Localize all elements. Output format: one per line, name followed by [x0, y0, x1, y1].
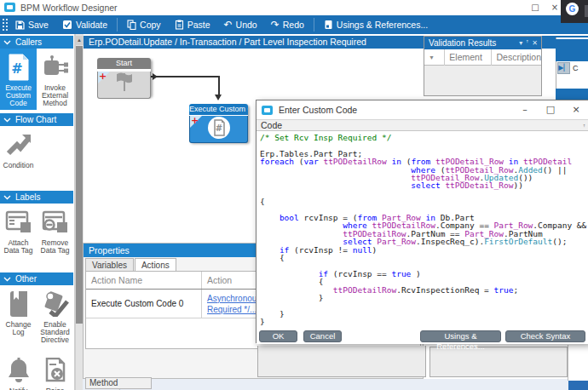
action-name-cell: Execute Custom Code 0 [86, 290, 202, 318]
usings-label: Usings & References... [337, 20, 428, 30]
redo-button[interactable]: ↷ Redo [264, 15, 311, 34]
description-column-header[interactable]: Description [492, 49, 541, 66]
background-window-bar [556, 89, 588, 100]
start-node[interactable]: Start + [97, 58, 151, 96]
toolbox-item-label: Notify Collaborate [0, 387, 37, 390]
toolbox-item-attach-data-tag[interactable]: Attach Data Tag [0, 204, 37, 257]
toolbar-grip[interactable] [2, 18, 9, 32]
background-panel [568, 345, 588, 381]
remove-data-tag-icon [42, 210, 69, 234]
toolbox-item-label: Remove Data Tag [37, 238, 73, 257]
check-syntax-button[interactable]: Check Syntax [505, 330, 585, 342]
element-column-header[interactable]: Element [445, 49, 492, 66]
toolbox-item-raise-exception[interactable]: Raise Exception [37, 352, 73, 390]
connector-arrow-icon [153, 73, 158, 80]
toolbox-item-notify-collaborate[interactable]: Notify Collaborate [0, 352, 37, 390]
code-editor[interactable]: /* Set Rcv Insp Required */ Erp.Tables.P… [257, 131, 588, 329]
close-button[interactable]: × [548, 2, 562, 13]
copy-button[interactable]: Copy [120, 15, 168, 34]
scrollbar-up-button[interactable]: ▲ [75, 36, 84, 45]
paste-label: Paste [187, 20, 210, 30]
maximize-button[interactable]: □ [528, 2, 542, 13]
section-label: Callers [15, 37, 42, 47]
undo-button[interactable]: ↶ Undo [216, 15, 263, 34]
section-header-flow-chart[interactable]: Flow Chart [0, 113, 73, 126]
code-document-icon: # [207, 116, 231, 140]
section-header-other[interactable]: Other [0, 272, 73, 285]
dialog-icon [262, 106, 273, 115]
enable-standard-directive-icon [42, 291, 69, 317]
toolbox-item-label: Enable Standard Directive [37, 320, 73, 347]
save-icon [15, 20, 25, 30]
bpm-workflow-designer-window: BPM Workflow Designer □ × G Save Validat… [0, 0, 588, 390]
toolbox-item-condition[interactable]: Condition [0, 126, 37, 172]
flag-icon [113, 72, 135, 92]
redo-label: Redo [283, 20, 304, 30]
copy-icon [127, 20, 136, 30]
app-icon [4, 3, 15, 12]
change-log-book-icon [7, 291, 31, 317]
section-label: Flow Chart [15, 115, 56, 124]
status-strip [83, 379, 588, 390]
action-name-column-header[interactable]: Action Name [86, 272, 202, 289]
usings-references-button[interactable]: Usings & References... [420, 330, 501, 342]
start-node-title: Start [97, 58, 151, 69]
tab-actions[interactable]: Actions [135, 258, 176, 271]
validation-results-panel: Validation Results ▾ ꜛ ✕ ▼ Element Descr… [424, 36, 542, 96]
ok-button[interactable]: OK [259, 330, 297, 342]
undo-icon: ↶ [223, 20, 232, 30]
required-link[interactable]: Required */... [207, 305, 257, 314]
dialog-titlebar[interactable]: Enter Custom Code – □ × [257, 100, 588, 119]
dialog-title: Enter Custom Code [279, 105, 357, 115]
section-label: Labels [15, 192, 40, 202]
validation-results-titlebar[interactable]: Validation Results ▾ ꜛ ✕ [424, 37, 541, 49]
panel-menu-icon[interactable]: ▾ [519, 37, 522, 49]
add-marker: + [99, 71, 107, 82]
toolbox-item-label: Raise Exception [37, 387, 73, 390]
scrollbar-thumb[interactable] [76, 46, 83, 324]
bell-icon [7, 358, 31, 383]
dialog-close-button[interactable]: × [563, 102, 588, 118]
collapse-panel-icon[interactable]: ▶▏ [557, 62, 570, 74]
condition-arrow-icon [5, 131, 32, 158]
save-button[interactable]: Save [9, 15, 55, 34]
method-parameters-tab[interactable]: Method parameters [85, 377, 152, 389]
filter-column[interactable]: ▼ [424, 49, 445, 66]
background-window-corner [568, 381, 588, 390]
add-marker: + [191, 115, 199, 126]
code-label: Code [261, 120, 282, 130]
execute-custom-code-node[interactable]: Execute Custom Co + # [189, 104, 248, 142]
paste-button[interactable]: Paste [168, 15, 217, 34]
svg-text:#: # [11, 60, 22, 77]
usings-references-button[interactable]: Usings & References... [317, 15, 435, 34]
dialog-button-row: OK Cancel Usings & References... Check S… [257, 329, 588, 344]
attach-data-tag-icon [5, 210, 32, 234]
pin-icon[interactable]: ꜛ [526, 37, 528, 49]
raise-exception-icon [43, 358, 67, 383]
execute-custom-code-node-title: Execute Custom Co [189, 104, 248, 115]
toolbox-item-label: Condition [0, 161, 37, 172]
validate-button[interactable]: Validate [55, 15, 114, 34]
toolbox-item-label: Attach Data Tag [0, 238, 37, 257]
background-window-titlebar [556, 39, 588, 61]
toolbox-item-remove-data-tag[interactable]: Remove Data Tag [37, 204, 73, 257]
dialog-maximize-button[interactable]: □ [538, 102, 563, 118]
toolbox-item-enable-standard-directive[interactable]: Enable Standard Directive [37, 285, 73, 347]
tab-variables[interactable]: Variables [85, 258, 134, 271]
panel-close-icon[interactable]: ✕ [532, 37, 538, 49]
copy-label: Copy [140, 20, 161, 30]
section-header-callers[interactable]: Callers [0, 36, 73, 49]
cancel-button[interactable]: Cancel [303, 330, 342, 342]
toolbox-item-execute-custom-code[interactable]: # Execute Custom Code [0, 49, 37, 110]
dialog-minimize-button[interactable]: – [512, 102, 538, 118]
section-header-labels[interactable]: Labels [0, 191, 73, 204]
external-method-icon [42, 54, 69, 81]
toolbox-sidebar: Callers # Execute Custom Code Invoke Ext… [0, 34, 75, 390]
toolbox-item-label: Change Log [0, 320, 37, 339]
dropdown-arrow-icon: ▼ [429, 54, 435, 60]
google-logo-icon: G [566, 3, 579, 15]
undo-label: Undo [236, 20, 257, 30]
toolbox-item-change-log[interactable]: Change Log [0, 285, 37, 347]
connector-arrow-icon [215, 95, 222, 100]
toolbox-item-invoke-external-method[interactable]: Invoke External Method [37, 49, 73, 110]
